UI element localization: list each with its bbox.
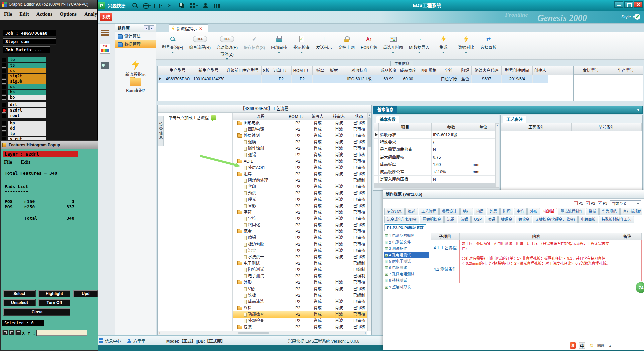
sidebar-item-design-algorithm[interactable]: 设计算法 [115,32,156,40]
flow-row[interactable]: 退膜P2肖成肖波已审核 [233,139,368,145]
flow-row[interactable]: 预烘P2肖成肖波已审核 [233,190,368,196]
vertical-scrollbar[interactable]: ▴ [495,123,499,188]
flow-row[interactable]: 丝印P2肖成肖波已审核 [233,184,368,190]
histogram-titlebar[interactable]: Features Histogram Popup [1,141,98,149]
column-header[interactable]: 参数 [432,123,471,131]
app-logo[interactable]: P [98,2,105,9]
smiley-icon[interactable]: ☺ [588,342,595,349]
flow-row[interactable]: 功能检查P2肖成肖波已审核 [233,311,368,318]
tab-basic-info[interactable]: 基本信息 [373,106,397,114]
maximize-button[interactable] [624,1,633,8]
toolbar-button-select-master-board[interactable]: ⇄选择母板 [480,35,497,50]
flow-row[interactable]: 外层AOI1P2肖成肖波已审核 [233,165,368,171]
chapter-dropdown[interactable]: 当前章节 [610,200,641,206]
apps-icon[interactable] [189,1,198,10]
scroll-thumb[interactable] [368,117,371,147]
flow-row[interactable]: 图形电镀P2肖成肖波已审核 [233,126,368,133]
vertical-scrollbar[interactable]: ▴ [367,113,371,331]
param-row[interactable]: 特殊要求/ [374,139,495,146]
layer-row-bp[interactable]: bp [2,121,46,126]
spec-tab[interactable]: 工艺流程 [419,208,439,215]
param-row[interactable]: 最大翘曲度%0.75 [374,153,495,161]
spec-tab[interactable]: 内层 [474,208,486,215]
spec-tab[interactable]: 字符 [514,208,527,215]
spec-tree-item[interactable]: 3 测试条件 [384,246,429,252]
flow-row[interactable]: AOI1P2肖成肖波已审核 [233,158,368,165]
chevron-down-icon[interactable] [278,52,280,53]
toolbar-button-integrate[interactable]: 集成 [435,35,452,53]
column-header[interactable]: 板材 [328,66,340,75]
spec-tab[interactable]: 外层 [487,208,500,215]
column-header[interactable]: 新生产型号 [193,66,224,75]
close-icon[interactable]: ✕ [199,27,202,31]
layer-row-bo[interactable]: bo [2,95,46,100]
layer-row-sig3b[interactable]: sig3b [2,79,46,84]
spec-table-row[interactable]: 4.2 测试条件只针对有需要孔电阻测试的订单：1> 非盲埋孔板：板厚孔径比>=9… [431,255,643,283]
expand-icon[interactable] [385,266,388,269]
toolbar-button-instruction-check[interactable]: ✓指示检查 [293,35,310,53]
upd-button[interactable]: Upd [73,290,98,297]
column-header[interactable]: 状态 [350,113,368,120]
close-button[interactable] [634,1,643,8]
column-header[interactable]: 升级前旧生产型号 [224,66,262,75]
next-arrow-icon[interactable]: ▸ [149,25,154,30]
layer-visibility-toggle[interactable] [2,126,6,131]
spec-tree-item[interactable]: 4 孔电阻测试 [384,252,429,258]
flow-row[interactable]: 终固化P2肖成肖波已审核 [233,222,368,228]
library-tool-new-flow[interactable]: 新流程指示 [115,60,156,77]
note-body[interactable] [501,131,642,190]
checkbox-p2[interactable]: P2 [586,201,595,205]
expand-icon[interactable] [385,247,388,250]
table-row[interactable]: 4S69706EA010010400134270P2P2IPC-6012 Ⅱ级6… [158,75,642,83]
column-header[interactable]: 创建人 [533,66,548,75]
layer-row-cs[interactable]: cs [2,68,46,73]
flow-row[interactable]: 喷锡P2肖成肖波已审核 [233,235,368,241]
column-header[interactable]: 核审人 [328,113,350,120]
layer-row-dd[interactable]: dd [2,126,46,131]
flow-row[interactable]: 外观检查P2肖成肖波已审核 [233,318,368,324]
off-toggle[interactable]: OFF [220,36,234,42]
toolbar-button-data-compare[interactable]: 数据对比 [458,35,474,53]
spec-tab[interactable]: OSP [471,216,484,223]
toolbar-button-reselect-panel-drawing[interactable]: 重选开料图 [383,35,403,53]
library-tool-bom-query[interactable]: Bom查询2 [115,78,156,93]
expand-icon[interactable] [385,254,388,257]
flow-row[interactable]: 阻焊前处理P2肖成已编制 [233,177,368,184]
menu-edit[interactable]: Edit [19,11,29,17]
toolbar-button-model-search[interactable]: 型号查询(F) [162,35,183,53]
toolbar-button-internal-audit[interactable]: 内部审核 [271,35,287,53]
layer-row-bs[interactable]: bs [2,90,46,95]
unselect-button[interactable]: Unselect [3,299,36,306]
spec-table-row[interactable]: 4.1 工艺流程前工序---外层AOI---孔电阻测试---阻焊---后工序 （… [431,240,643,255]
yx-tool-icon[interactable]: YX [100,44,110,54]
flow-row[interactable]: 显影P2肖成肖波已审核 [233,203,368,209]
toolbar-button-mi-data-import[interactable]: →MI数据导入 [409,35,429,53]
menu-actions[interactable]: Actions [36,11,52,17]
column-header[interactable]: 订单工厂 [271,66,292,75]
flow-canvas[interactable] [164,113,232,331]
prev-arrow-icon[interactable]: ◂ [144,25,149,30]
flow-row[interactable]: 铣板P2肖成已编制 [233,292,368,299]
flow-row[interactable]: 沉金P2肖成肖波已审核 [233,248,368,254]
flow-row[interactable]: 碱性蚀刻P2肖成肖波已审核 [233,145,368,152]
flow-row[interactable]: 外形P2肖成肖波已审核 [233,279,368,286]
spec-tab[interactable]: 重点流程制作 [558,208,585,215]
menu-icon[interactable] [101,30,109,36]
job-matrix-button[interactable]: Job Matrix ... [3,46,50,53]
menu-file[interactable]: File [4,11,12,17]
spec-tab[interactable]: 概述 [405,208,418,215]
flow-row[interactable]: V槽P2肖成肖波已审核 [233,286,368,292]
spec-tab[interactable]: P1-P2-P3-P6规范参数 [384,224,426,231]
column-header[interactable]: 生产型号 [608,66,643,75]
highlight-button[interactable]: Highlight [38,290,70,297]
param-row[interactable]: 是否需要翘曲检查N [374,146,495,153]
layer-visibility-toggle[interactable] [2,108,6,113]
tab-basic-params[interactable]: 基本参数 [376,116,399,123]
spec-tree-item[interactable]: 7 孔微电阻测试 [384,271,429,277]
minimize-button[interactable] [614,1,623,8]
menu-options[interactable]: Options [60,11,77,17]
globe-icon[interactable] [142,1,151,10]
chevron-down-icon[interactable] [442,52,445,53]
layer-visibility-toggle[interactable] [2,90,6,94]
chevron-down-icon[interactable] [300,52,303,53]
